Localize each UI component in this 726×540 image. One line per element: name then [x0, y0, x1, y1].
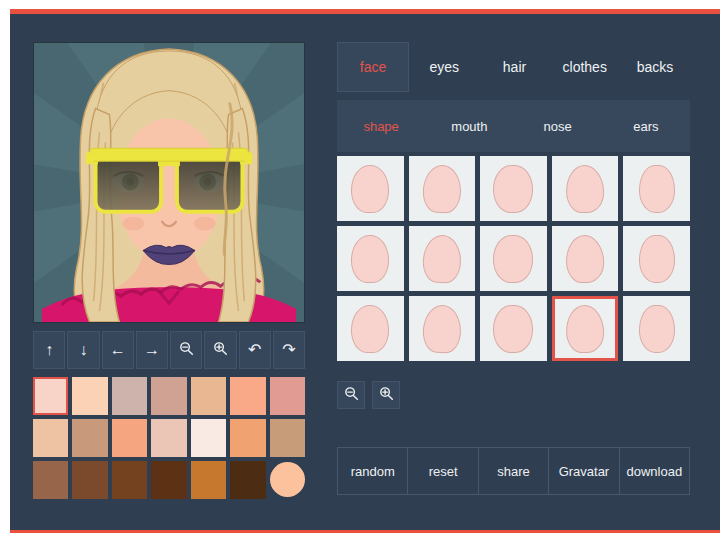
shape-zoom-controls	[337, 381, 400, 409]
face-shape-option[interactable]	[552, 296, 619, 361]
skin-color-swatch[interactable]	[112, 377, 147, 415]
zoom-out-button[interactable]	[170, 331, 202, 369]
action-label: share	[497, 464, 530, 479]
shapes-zoom-out-button[interactable]	[337, 381, 365, 409]
face-shape-option[interactable]	[623, 296, 690, 361]
undo-icon: ↶	[248, 342, 261, 358]
skin-color-swatch[interactable]	[33, 419, 68, 457]
skin-color-palette	[33, 377, 305, 499]
skin-color-swatch[interactable]	[270, 377, 305, 415]
arrow-down-icon: ↓	[79, 342, 87, 358]
zoom-out-icon	[344, 386, 359, 404]
action-label: download	[627, 464, 683, 479]
face-shape-thumb	[639, 305, 675, 353]
tab-eyes[interactable]: eyes	[409, 42, 479, 92]
face-shape-option[interactable]	[480, 226, 547, 291]
face-shape-grid	[337, 156, 690, 361]
move-down-button[interactable]: ↓	[67, 331, 99, 369]
face-shape-thumb	[565, 304, 605, 353]
face-shape-thumb	[422, 304, 462, 353]
subtab-ears[interactable]: ears	[602, 100, 690, 152]
face-shape-option[interactable]	[623, 156, 690, 221]
move-left-button[interactable]: ←	[102, 331, 134, 369]
skin-color-swatch[interactable]	[72, 419, 107, 457]
face-shape-option[interactable]	[409, 296, 476, 361]
face-shape-thumb	[351, 235, 389, 283]
shapes-zoom-in-button[interactable]	[372, 381, 400, 409]
avatar-illustration	[34, 43, 304, 322]
subtab-label: shape	[363, 119, 398, 134]
skin-color-swatch[interactable]	[230, 377, 265, 415]
avatar-preview	[33, 42, 305, 323]
face-shape-thumb	[493, 305, 533, 353]
skin-color-swatch[interactable]	[72, 377, 107, 415]
skin-color-swatch[interactable]	[191, 461, 226, 499]
zoom-out-icon	[179, 341, 194, 359]
custom-color-swatch[interactable]	[270, 462, 305, 497]
face-shape-option[interactable]	[552, 226, 619, 291]
tab-label: eyes	[430, 59, 460, 75]
tab-label: clothes	[563, 59, 607, 75]
zoom-in-icon	[213, 341, 228, 359]
skin-color-swatch[interactable]	[191, 419, 226, 457]
face-shape-option[interactable]	[337, 156, 404, 221]
tab-label: backs	[637, 59, 674, 75]
face-shape-option[interactable]	[409, 156, 476, 221]
arrow-left-icon: ←	[110, 342, 126, 358]
face-shape-thumb	[565, 234, 605, 283]
subtab-nose[interactable]: nose	[514, 100, 602, 152]
random-button[interactable]: random	[337, 447, 408, 495]
skin-color-swatch[interactable]	[33, 461, 68, 499]
undo-button[interactable]: ↶	[239, 331, 271, 369]
arrow-right-icon: →	[144, 342, 160, 358]
face-shape-option[interactable]	[623, 226, 690, 291]
subtab-label: nose	[544, 119, 572, 134]
face-shape-option[interactable]	[480, 156, 547, 221]
skin-color-swatch[interactable]	[230, 461, 265, 499]
subcategory-tabs: shapemouthnoseears	[337, 100, 690, 152]
skin-color-swatch[interactable]	[151, 419, 186, 457]
redo-button[interactable]: ↷	[273, 331, 305, 369]
share-button[interactable]: share	[479, 447, 549, 495]
skin-color-swatch[interactable]	[33, 377, 68, 415]
action-label: reset	[429, 464, 458, 479]
skin-color-swatch[interactable]	[230, 419, 265, 457]
face-shape-thumb	[639, 235, 675, 283]
face-shape-option[interactable]	[480, 296, 547, 361]
gravatar-button[interactable]: Gravatar	[549, 447, 619, 495]
tab-hair[interactable]: hair	[479, 42, 549, 92]
skin-color-swatch[interactable]	[151, 377, 186, 415]
tab-clothes[interactable]: clothes	[550, 42, 620, 92]
skin-color-swatch[interactable]	[151, 461, 186, 499]
tab-face[interactable]: face	[337, 42, 409, 92]
tab-label: hair	[503, 59, 526, 75]
face-shape-thumb	[493, 235, 533, 283]
face-shape-option[interactable]	[552, 156, 619, 221]
face-shape-option[interactable]	[409, 226, 476, 291]
app-frame: ↑↓←→↶↷ faceeyeshairclothesbacks shapemou…	[10, 9, 720, 533]
face-shape-thumb	[351, 305, 389, 353]
skin-color-swatch[interactable]	[112, 461, 147, 499]
face-shape-option[interactable]	[337, 226, 404, 291]
skin-color-swatch[interactable]	[72, 461, 107, 499]
zoom-in-button[interactable]	[204, 331, 236, 369]
tab-label: face	[360, 59, 386, 75]
skin-color-swatch[interactable]	[191, 377, 226, 415]
subtab-label: ears	[633, 119, 658, 134]
subtab-mouth[interactable]: mouth	[425, 100, 513, 152]
face-shape-thumb	[422, 164, 462, 213]
move-up-button[interactable]: ↑	[33, 331, 65, 369]
skin-color-swatch[interactable]	[270, 419, 305, 457]
zoom-in-icon	[379, 386, 394, 404]
arrow-up-icon: ↑	[45, 342, 53, 358]
face-shape-thumb	[351, 165, 389, 213]
skin-color-swatch[interactable]	[112, 419, 147, 457]
move-right-button[interactable]: →	[136, 331, 168, 369]
subtab-label: mouth	[451, 119, 487, 134]
download-button[interactable]: download	[620, 447, 690, 495]
face-shape-option[interactable]	[337, 296, 404, 361]
tab-backs[interactable]: backs	[620, 42, 690, 92]
face-shape-thumb	[565, 164, 605, 213]
subtab-shape[interactable]: shape	[337, 100, 425, 152]
reset-button[interactable]: reset	[408, 447, 478, 495]
